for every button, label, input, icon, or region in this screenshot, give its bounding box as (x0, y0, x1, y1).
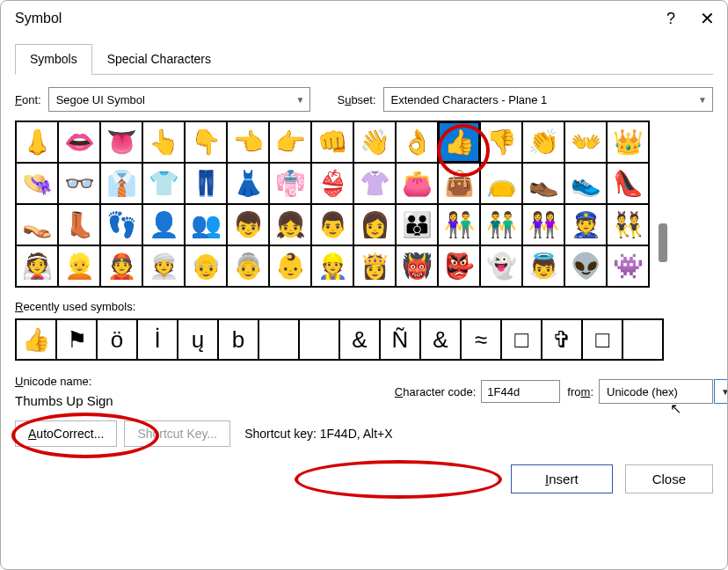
symbol-cell[interactable]: 👠 (607, 163, 649, 204)
recent-symbol-cell[interactable]: & (420, 319, 461, 360)
shortcut-key-text: Shortcut key: 1F44D, Alt+X (244, 427, 392, 441)
tab-symbols[interactable]: Symbols (15, 44, 92, 75)
close-icon[interactable]: ✕ (700, 8, 715, 29)
symbol-cell[interactable]: 👦 (227, 204, 269, 245)
symbol-cell[interactable]: 👮 (564, 204, 607, 245)
symbol-cell[interactable]: 👽 (564, 245, 607, 287)
symbol-cell[interactable]: 👎 (480, 121, 522, 163)
recent-symbol-cell[interactable]: ⚑ (56, 319, 97, 360)
symbol-cell[interactable]: 👏 (522, 121, 564, 163)
symbol-cell[interactable]: 👪 (396, 204, 438, 245)
recent-symbol-cell[interactable]: ≈ (461, 319, 501, 360)
unicode-name-value: Thumbs Up Sign (15, 393, 113, 408)
recent-symbol-cell[interactable]: İ (137, 319, 178, 360)
recent-symbol-cell[interactable]: Ñ (380, 319, 420, 360)
symbol-cell[interactable]: 👉 (269, 121, 311, 163)
symbol-cell[interactable]: 👐 (564, 121, 607, 163)
recent-symbol-cell[interactable] (258, 319, 299, 360)
recent-symbol-cell[interactable] (622, 319, 663, 360)
symbol-cell[interactable]: 👃 (16, 121, 58, 163)
character-code-input[interactable] (481, 380, 560, 403)
symbol-cell[interactable]: 👢 (58, 204, 100, 245)
symbol-cell[interactable]: 👟 (564, 163, 607, 204)
symbol-cell[interactable]: 👈 (227, 121, 269, 163)
symbol-grid[interactable]: 👃👄👅👆👇👈👉👊👋👌👍👎👏👐👑👒👓👔👕👖👗👘👙👚👛👜👝👞👟👠👡👢👣👤👥👦👧👨👩👪… (15, 121, 650, 288)
recent-symbol-cell[interactable]: □ (501, 319, 542, 360)
symbol-cell[interactable]: 👔 (100, 163, 142, 204)
symbol-cell[interactable]: 👡 (16, 204, 58, 245)
symbol-cell[interactable]: 👸 (353, 245, 396, 287)
symbol-cell[interactable]: 👙 (311, 163, 353, 204)
insert-button[interactable]: Insert (511, 464, 613, 493)
scrollbar-thumb[interactable] (659, 223, 667, 262)
symbol-cell[interactable]: 👑 (607, 121, 649, 163)
symbol-cell[interactable]: 👜 (438, 163, 480, 204)
subset-label: Subset: (337, 93, 375, 106)
symbol-cell[interactable]: 👨 (311, 204, 353, 245)
symbol-cell[interactable]: 👖 (185, 163, 227, 204)
symbol-cell[interactable]: 👼 (522, 245, 564, 287)
recent-symbol-cell[interactable]: □ (582, 319, 622, 360)
from-value: Unicode (hex) (607, 385, 678, 398)
recent-symbol-cell[interactable]: ö (97, 319, 137, 360)
recent-symbol-cell[interactable]: ų (178, 319, 218, 360)
recent-symbol-cell[interactable]: ✞ (542, 319, 582, 360)
from-combo[interactable]: Unicode (hex) ▼ (599, 379, 713, 404)
symbol-cell[interactable]: 👗 (227, 163, 269, 204)
subset-combo[interactable]: Extended Characters - Plane 1 ▼ (383, 87, 713, 112)
symbol-cell[interactable]: 👣 (100, 204, 142, 245)
symbol-cell[interactable]: 👺 (438, 245, 480, 287)
chevron-down-icon: ▼ (291, 95, 305, 105)
chevron-down-icon[interactable]: ▼ (714, 379, 728, 404)
symbol-cell[interactable]: 👊 (311, 121, 353, 163)
symbol-cell[interactable]: 👍 (438, 121, 480, 163)
recent-symbol-cell[interactable]: 👍 (16, 319, 56, 360)
symbol-cell[interactable]: 👒 (16, 163, 58, 204)
symbol-cell[interactable]: 👅 (100, 121, 142, 163)
symbol-cell[interactable]: 👤 (142, 204, 185, 245)
symbol-cell[interactable]: 👋 (353, 121, 396, 163)
symbol-cell[interactable]: 👌 (396, 121, 438, 163)
grid-scrollbar[interactable] (655, 121, 671, 288)
symbol-cell[interactable]: 👧 (269, 204, 311, 245)
symbol-cell[interactable]: 👛 (396, 163, 438, 204)
symbol-cell[interactable]: 👳 (142, 245, 185, 287)
symbol-cell[interactable]: 👵 (227, 245, 269, 287)
symbol-cell[interactable]: 👴 (185, 245, 227, 287)
symbol-cell[interactable]: 👕 (142, 163, 185, 204)
symbol-cell[interactable]: 👹 (396, 245, 438, 287)
symbol-cell[interactable]: 👆 (142, 121, 185, 163)
symbol-cell[interactable]: 👄 (58, 121, 100, 163)
symbol-cell[interactable]: 👫 (438, 204, 480, 245)
recent-symbols-grid[interactable]: 👍⚑öİųb&Ñ&≈□✞□ (15, 318, 664, 361)
font-combo[interactable]: Segoe UI Symbol ▼ (48, 87, 311, 112)
font-value: Segoe UI Symbol (56, 93, 145, 106)
symbol-cell[interactable]: 👲 (100, 245, 142, 287)
symbol-cell[interactable]: 👾 (607, 245, 649, 287)
symbol-cell[interactable]: 👚 (353, 163, 396, 204)
symbol-cell[interactable]: 👰 (16, 245, 58, 287)
close-button[interactable]: Close (625, 464, 713, 493)
autocorrect-button[interactable]: AutoCorrect... (15, 420, 117, 447)
symbol-cell[interactable]: 👷 (311, 245, 353, 287)
symbol-cell[interactable]: 👬 (480, 204, 522, 245)
shortcut-key-button[interactable]: Shortcut Key... (124, 420, 230, 447)
recent-symbol-cell[interactable]: b (218, 319, 258, 360)
symbol-cell[interactable]: 👯 (607, 204, 649, 245)
help-icon[interactable]: ? (666, 10, 675, 28)
symbol-cell[interactable]: 👝 (480, 163, 522, 204)
symbol-cell[interactable]: 👻 (480, 245, 522, 287)
symbol-cell[interactable]: 👘 (269, 163, 311, 204)
symbol-cell[interactable]: 👱 (58, 245, 100, 287)
tab-special-characters[interactable]: Special Characters (92, 44, 226, 75)
recent-symbol-cell[interactable]: & (339, 319, 380, 360)
symbol-cell[interactable]: 👶 (269, 245, 311, 287)
symbol-cell[interactable]: 👞 (522, 163, 564, 204)
symbol-cell[interactable]: 👓 (58, 163, 100, 204)
charcode-label: Character code: (395, 385, 477, 398)
recent-symbol-cell[interactable] (299, 319, 339, 360)
symbol-cell[interactable]: 👩 (353, 204, 396, 245)
symbol-cell[interactable]: 👭 (522, 204, 564, 245)
symbol-cell[interactable]: 👥 (185, 204, 227, 245)
symbol-cell[interactable]: 👇 (185, 121, 227, 163)
